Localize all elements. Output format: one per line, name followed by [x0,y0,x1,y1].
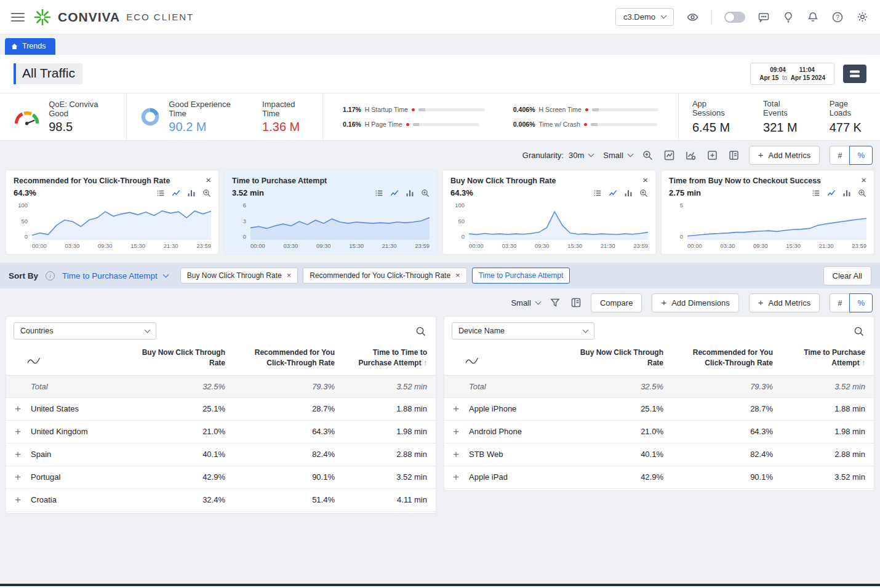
table-row-spain[interactable]: + Spain 40.1%82.4%2.88 min [6,443,436,466]
notifications-bell-icon[interactable] [807,11,819,23]
number-format-button[interactable]: # [830,146,850,165]
chart-card-recommended-for-you-click-through-rate[interactable]: Recommended for You Click-Through Rate ×… [6,170,218,254]
cell-value: 32.4% [130,488,234,511]
number-format-button[interactable]: # [830,293,850,312]
search-icon[interactable] [415,326,426,336]
zoom-chart-icon[interactable] [858,189,866,197]
expand-row-icon[interactable]: + [6,443,30,466]
legend-list-icon[interactable] [812,189,820,197]
remove-chip-icon[interactable]: × [455,272,460,279]
table-row-portugal[interactable]: + Portugal 42.9%90.1%3.52 min [6,466,436,488]
x-axis: 00:0003:3009:3015:3021:3023:59 [250,242,430,249]
add-dimensions-button[interactable]: + Add Dimensions [652,293,738,312]
table-row-android-phone[interactable]: + Android Phone 21.0%64.3%1.98 min [444,420,874,443]
zoom-chart-icon[interactable] [639,189,648,197]
info-icon[interactable]: i [46,271,55,280]
sparkline-chart [32,202,211,240]
table-row-apple-iphone[interactable]: + Apple iPhone 25.1%28.7%1.88 min [444,397,874,420]
annotation-icon[interactable] [707,150,718,161]
expand-row-icon[interactable]: + [444,420,468,443]
percent-format-button[interactable]: % [849,146,873,165]
chart-card-time-to-purchase-attempt[interactable]: Time to Purchase Attempt 3.52 min 630 00… [225,170,437,254]
sort-chip-time-to-purchase-attempt[interactable]: Time to Purchase Attempt [472,268,570,284]
expand-row-icon[interactable]: + [6,420,30,443]
sort-chip-recommended-for-you-click-through-rate[interactable]: Recommended for You Click-Through Rate × [303,268,466,284]
bar-chart-icon[interactable] [406,189,414,197]
column-header-buy-now-click-through-rate[interactable]: Buy Now Click Through Rate [130,344,234,375]
chevron-down-icon [661,13,667,19]
line-chart-icon[interactable] [827,189,836,197]
table-row-united-kingdom[interactable]: + United Kingdom 21.0%64.3%1.98 min [6,420,436,443]
legend-list-icon[interactable] [156,189,165,197]
remove-chip-icon[interactable]: × [287,272,292,279]
add-metrics-button[interactable]: + Add Metrics [749,293,820,312]
layout-panel-icon[interactable] [729,150,739,161]
expand-row-icon[interactable]: + [444,466,468,488]
column-header-recommended-for-you-click-through-rate[interactable]: Recommended for You Click-Through Rate [672,344,782,375]
dimension-select[interactable]: Countries [14,322,156,340]
help-icon[interactable]: ? [831,11,844,23]
column-header-time-to-purchase-attempt[interactable]: Time to Purchase Attempt ↑ [782,344,874,375]
plus-icon: + [661,300,666,306]
time-range-picker[interactable]: 09:04 11:04 Apr 15 to Apr 15 2024 [750,63,834,85]
close-chart-icon[interactable]: × [202,177,211,184]
column-header-time-to-time-to-purchase-attempt[interactable]: Time to Time to Purchase Attempt ↑ [343,344,436,375]
table-row-united-states[interactable]: + United States 25.1%28.7%1.88 min [6,397,436,420]
eye-icon[interactable] [686,11,699,23]
lightbulb-icon[interactable] [782,11,794,23]
expand-row-icon[interactable]: + [6,397,30,420]
expand-row-icon[interactable]: + [444,443,468,466]
compare-button[interactable]: Compare [591,293,642,312]
granularity-select[interactable]: Granularity: 30m [522,151,594,160]
bar-chart-icon[interactable] [187,189,196,197]
legend-list-icon[interactable] [375,189,383,197]
zoom-chart-icon[interactable] [421,189,430,197]
tab-trends[interactable]: Trends [5,38,55,55]
sort-chip-buy-now-click-through-rate[interactable]: Buy Now Click Through Rate × [180,268,298,284]
account-selector[interactable]: c3.Demo [615,8,674,26]
bar-chart-icon[interactable] [624,189,633,197]
columns-icon[interactable] [571,298,581,308]
chart-settings-icon[interactable] [686,150,696,161]
close-chart-icon[interactable]: × [857,177,866,184]
expand-row-icon[interactable]: + [444,397,468,420]
menu-icon[interactable] [11,13,25,22]
display-mode-button[interactable] [843,65,866,83]
column-header-buy-now-click-through-rate[interactable]: Buy Now Click Through Rate [569,344,672,375]
close-chart-icon[interactable]: × [639,177,648,184]
submetric-label: Time w/ Crash [538,121,580,128]
gear-icon[interactable] [856,10,869,23]
chart-card-buy-now-click-through-rate[interactable]: Buy Now Click Through Rate × 64.3% 10050… [443,170,655,254]
value-format-toggle: # % [830,146,873,165]
table-row-apple-ipad[interactable]: + Apple iPad 42.9%90.1%3.52 min [444,466,874,488]
table-size-select[interactable]: Small [511,298,540,308]
submetric-value: 0.006% [513,121,535,128]
zoom-chart-icon[interactable] [202,189,211,197]
cell-value: 1.88 min [782,397,874,420]
chart-title: Buy Now Click Through Rate [450,177,556,185]
table-row-croatia[interactable]: + Croatia 32.4%51.4%4.11 min [6,488,436,511]
search-icon[interactable] [854,326,864,336]
add-metrics-button[interactable]: + Add Metrics [749,146,820,165]
expand-row-icon[interactable]: + [6,466,30,488]
line-chart-icon[interactable] [172,189,180,197]
chart-size-select[interactable]: Small [603,151,633,160]
chart-card-time-from-buy-now-to-checkout-success[interactable]: Time from Buy Now to Checkout Success × … [662,170,874,254]
sort-by-select[interactable]: Time to Purchase Attempt [62,271,173,280]
bar-chart-icon[interactable] [842,189,851,197]
percent-format-button[interactable]: % [849,293,873,312]
chat-icon[interactable] [758,11,770,23]
clear-all-button[interactable]: Clear All [823,266,871,285]
filter-icon[interactable] [550,298,560,308]
legend-list-icon[interactable] [593,189,602,197]
line-chart-icon[interactable] [609,189,617,197]
zoom-in-icon[interactable] [642,150,653,161]
theme-toggle[interactable] [724,12,745,23]
chart-builder-icon[interactable] [664,150,674,161]
table-row-stb-web[interactable]: + STB Web 40.1%82.4%2.88 min [444,443,874,466]
column-header-recommended-for-you-click-through-rate[interactable]: Recommended for You Click-Through Rate [234,344,343,375]
line-chart-icon[interactable] [390,189,399,197]
dimension-select[interactable]: Device Name [452,322,594,340]
chevron-down-icon [145,327,151,333]
expand-row-icon[interactable]: + [6,488,30,511]
